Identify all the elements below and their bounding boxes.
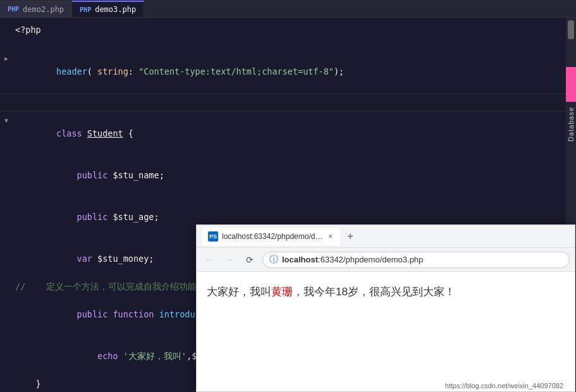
line6-code: public $stu_name; [13, 154, 164, 196]
code-line-6: public $stu_name; [0, 154, 566, 196]
browser-titlebar: PS localhost:63342/phpdemo/de... × + [197, 225, 575, 248]
address-bar[interactable]: ⓘ localhost:63342/phpdemo/demo3.php [262, 252, 570, 268]
browser-window: PS localhost:63342/phpdemo/de... × + ← →… [196, 224, 575, 392]
tab-label-1: demo2.php [23, 5, 64, 14]
output-greeting: 大家好，我叫 [207, 286, 271, 298]
browser-nav: ← → ⟳ ⓘ localhost:63342/phpdemo/demo3.ph… [197, 248, 575, 272]
divider-1 [0, 94, 566, 94]
db-pink-bar [566, 67, 576, 102]
database-tab-label[interactable]: Database [567, 107, 575, 142]
line9-code: // 定义一个方法，可以完成自我介绍功能 [13, 279, 197, 293]
tab-demo2php[interactable]: PHP demo2.php [0, 1, 72, 17]
url-host: localhost [282, 255, 318, 264]
code-line-2 [0, 37, 566, 51]
code-line-1: <?php [0, 23, 566, 37]
browser-tab-title: localhost:63342/phpdemo/de... [222, 232, 323, 241]
code-line-5: ▼ class Student { [0, 113, 566, 154]
gutter-3: ▶ [0, 52, 13, 66]
output-age: ，我今年18岁，很高兴见到大家！ [293, 286, 455, 298]
tab-demo3php[interactable]: PHP demo3.php [72, 1, 144, 17]
url-path: :63342/phpdemo/demo3.php [318, 255, 423, 264]
line7-code: public $stu_age; [13, 196, 159, 238]
tab-php-icon-1: PHP [8, 6, 19, 13]
editor-container: PHP demo2.php PHP demo3.php <?php ▶ head… [0, 0, 576, 392]
line5-code: class Student { [13, 113, 133, 154]
line12-code: } [13, 377, 41, 391]
tab-bar: PHP demo2.php PHP demo3.php [0, 0, 576, 18]
watermark: https://blog.csdn.net/weixin_44097082 [445, 382, 563, 389]
code-line-3: ▶ header( string: "Content-type:text/htm… [0, 51, 566, 92]
browser-tab[interactable]: PS localhost:63342/phpdemo/de... × [202, 228, 340, 245]
new-tab-button[interactable]: + [343, 229, 358, 244]
gutter-arrow-3: ▶ [4, 52, 8, 66]
gutter-arrow-5: ▼ [4, 114, 8, 128]
tab-php-icon-2: PHP [80, 6, 91, 13]
browser-content: 大家好，我叫黄珊，我今年18岁，很高兴见到大家！ [197, 272, 575, 391]
tab-label-2: demo3.php [95, 5, 136, 14]
line8-code: var $stu_money; [13, 238, 154, 279]
refresh-button[interactable]: ⟳ [242, 252, 257, 267]
browser-tab-area: PS localhost:63342/phpdemo/de... × + [202, 228, 570, 245]
divider-2 [0, 111, 566, 111]
output-name: 黄珊 [271, 286, 293, 298]
tab-close-button[interactable]: × [327, 232, 334, 241]
code-line-4 [0, 95, 566, 109]
info-icon: ⓘ [269, 254, 278, 266]
back-button[interactable]: ← [202, 252, 217, 267]
ps-icon: PS [208, 231, 218, 242]
address-url: localhost:63342/phpdemo/demo3.php [282, 255, 423, 264]
scrollbar-thumb[interactable] [568, 20, 574, 39]
forward-button[interactable]: → [222, 252, 237, 267]
line3-code: header( string: "Content-type:text/html;… [13, 51, 344, 92]
output-text: 大家好，我叫黄珊，我今年18岁，很高兴见到大家！ [207, 285, 565, 299]
gutter-5: ▼ [0, 114, 13, 128]
line1-code: <?php [13, 23, 41, 37]
